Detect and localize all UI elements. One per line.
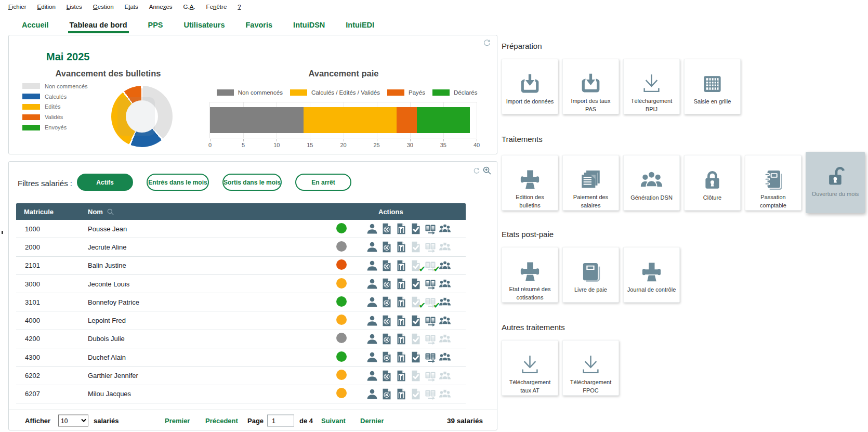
people-icon[interactable] (439, 259, 451, 272)
book-arrow-icon[interactable] (424, 278, 437, 290)
column-header-matricule[interactable]: Matricule (16, 208, 88, 216)
menu-item-listes[interactable]: Listes (67, 4, 82, 10)
menu-item-annexes[interactable]: Annexes (149, 4, 173, 10)
file-x-icon[interactable] (380, 388, 393, 400)
menu-item-gestion[interactable]: Gestion (93, 4, 114, 10)
people-icon[interactable] (439, 241, 451, 253)
previous-page-link[interactable]: Précedent (205, 417, 238, 425)
tab-intuidsn[interactable]: IntuiDSN (293, 21, 325, 29)
file-check-icon[interactable]: ✔ (410, 259, 422, 272)
file-bars-icon[interactable] (395, 259, 407, 272)
search-icon[interactable] (107, 208, 114, 216)
filter-en-arr-t[interactable]: En arrêt (295, 174, 351, 191)
card-journal-de-contr-le[interactable]: Journal de contrôle (623, 247, 680, 303)
table-row[interactable]: 2101Balin Justine✔✔ (16, 257, 466, 275)
people-icon[interactable] (439, 278, 451, 290)
user-icon[interactable] (366, 241, 378, 253)
file-check-icon[interactable] (410, 333, 422, 345)
file-x-icon[interactable] (380, 296, 393, 308)
table-row[interactable]: 4300Duchef Alain (16, 348, 466, 366)
user-icon[interactable] (366, 388, 378, 400)
file-bars-icon[interactable] (395, 388, 407, 400)
table-row[interactable]: 4200Dubois Julie (16, 330, 466, 348)
file-bars-icon[interactable] (395, 351, 407, 363)
people-icon[interactable] (439, 388, 451, 400)
card-livre-de-paie[interactable]: Livre de paie (562, 247, 619, 303)
people-icon[interactable] (439, 333, 451, 345)
people-icon[interactable] (439, 222, 451, 235)
file-bars-icon[interactable] (395, 333, 407, 345)
tab-pps[interactable]: PPS (148, 21, 163, 29)
card-edition-des-bulletins[interactable]: Edition des bulletins (502, 155, 558, 211)
file-check-icon[interactable] (410, 351, 422, 363)
tab-tableau-de-bord[interactable]: Tableau de bord (70, 21, 127, 29)
card-t-l-chargement-taux-at[interactable]: Téléchargement taux AT (502, 340, 558, 396)
last-page-link[interactable]: Dernier (360, 417, 384, 425)
file-check-icon[interactable]: ✔ (410, 296, 422, 308)
filter-actifs[interactable]: Actifs (77, 174, 133, 191)
book-arrow-icon[interactable] (424, 315, 437, 327)
refresh-icon[interactable] (482, 38, 492, 48)
file-check-icon[interactable] (410, 241, 422, 253)
card-cl-ture[interactable]: Clôture (684, 155, 741, 211)
book-arrow-icon[interactable] (424, 351, 437, 363)
file-x-icon[interactable] (380, 259, 393, 272)
card-import-de-donn-es[interactable]: Import de données (502, 59, 558, 114)
user-icon[interactable] (366, 222, 378, 235)
file-x-icon[interactable] (380, 333, 393, 345)
card-saisie-en-grille[interactable]: Saisie en grille (684, 59, 741, 114)
file-check-icon[interactable] (410, 315, 422, 327)
book-arrow-icon[interactable] (424, 370, 437, 382)
file-check-icon[interactable] (410, 370, 422, 382)
user-icon[interactable] (366, 259, 378, 272)
file-x-icon[interactable] (380, 351, 393, 363)
card-import-des-taux-pas[interactable]: Import des taux PAS (562, 59, 619, 114)
page-size-select[interactable]: 10 (58, 415, 88, 427)
card-passation-comptable[interactable]: Passation comptable (745, 155, 801, 211)
table-row[interactable]: 6207Milou Jacques (16, 385, 466, 403)
menu-item-g-a[interactable]: G.A. (183, 4, 195, 10)
card-g-n-ration-dsn[interactable]: Génération DSN (623, 155, 680, 211)
book-arrow-icon[interactable] (424, 241, 437, 253)
people-icon[interactable] (439, 370, 451, 382)
file-check-icon[interactable] (410, 222, 422, 235)
file-x-icon[interactable] (380, 278, 393, 290)
table-row[interactable]: 6202Garthier Jennifer (16, 366, 466, 385)
zoom-plus-icon[interactable] (482, 165, 492, 176)
people-icon[interactable] (439, 315, 451, 327)
book-arrow-icon[interactable] (424, 222, 437, 235)
book-arrow-icon[interactable] (424, 333, 437, 345)
filter-sortis-dans-le-mois[interactable]: Sortis dans le mois (222, 174, 282, 191)
book-arrow-icon[interactable]: ✔ (424, 296, 437, 308)
tab-intuiedi[interactable]: IntuiEDI (346, 21, 374, 29)
card-t-l-chargement-fpoc[interactable]: Téléchargement FPOC (562, 340, 619, 396)
book-arrow-icon[interactable]: ✔ (424, 259, 437, 272)
file-x-icon[interactable] (380, 222, 393, 235)
menu-item-fichier[interactable]: Fichier (8, 4, 27, 10)
filter-entr-s-dans-le-mois[interactable]: Entrés dans le mois (147, 174, 209, 191)
file-x-icon[interactable] (380, 370, 393, 382)
file-bars-icon[interactable] (395, 315, 407, 327)
first-page-link[interactable]: Premier (165, 417, 190, 425)
table-row[interactable]: 3101Bonnefoy Patrice✔✔ (16, 293, 466, 311)
file-check-icon[interactable] (410, 388, 422, 400)
user-icon[interactable] (366, 296, 378, 308)
user-icon[interactable] (366, 351, 378, 363)
table-row[interactable]: 1000Pousse Jean (16, 220, 466, 238)
user-icon[interactable] (366, 333, 378, 345)
page-number-input[interactable] (267, 415, 294, 427)
file-x-icon[interactable] (380, 315, 393, 327)
menu-item-etats[interactable]: Etats (125, 4, 138, 10)
file-x-icon[interactable] (380, 241, 393, 253)
file-bars-icon[interactable] (395, 222, 407, 235)
menu-item-edition[interactable]: Edition (37, 4, 56, 10)
next-page-link[interactable]: Suivant (321, 417, 346, 425)
file-bars-icon[interactable] (395, 241, 407, 253)
file-bars-icon[interactable] (395, 370, 407, 382)
table-row[interactable]: 3000Jeconte Louis (16, 275, 466, 293)
menu-item-fen-tre[interactable]: Fenêtre (206, 4, 227, 10)
card-paiement-des-salaires[interactable]: Paiement des salaires (562, 155, 619, 211)
file-bars-icon[interactable] (395, 278, 407, 290)
book-arrow-icon[interactable] (424, 388, 437, 400)
tab-utilisateurs[interactable]: Utilisateurs (184, 21, 225, 29)
